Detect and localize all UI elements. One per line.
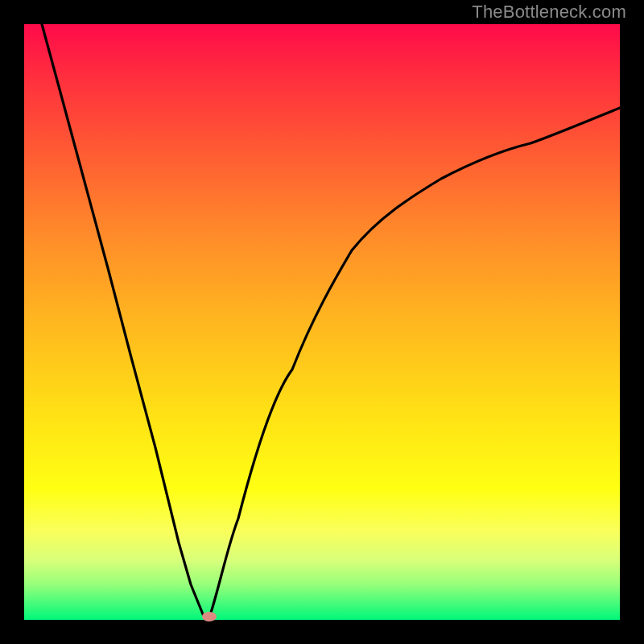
watermark-text: TheBottleneck.com [472, 2, 626, 23]
optimal-point-marker [202, 612, 217, 621]
curve-left-branch [42, 24, 208, 620]
chart-curve [24, 24, 620, 620]
chart-frame: TheBottleneck.com [0, 0, 644, 644]
curve-right-branch [208, 108, 620, 620]
